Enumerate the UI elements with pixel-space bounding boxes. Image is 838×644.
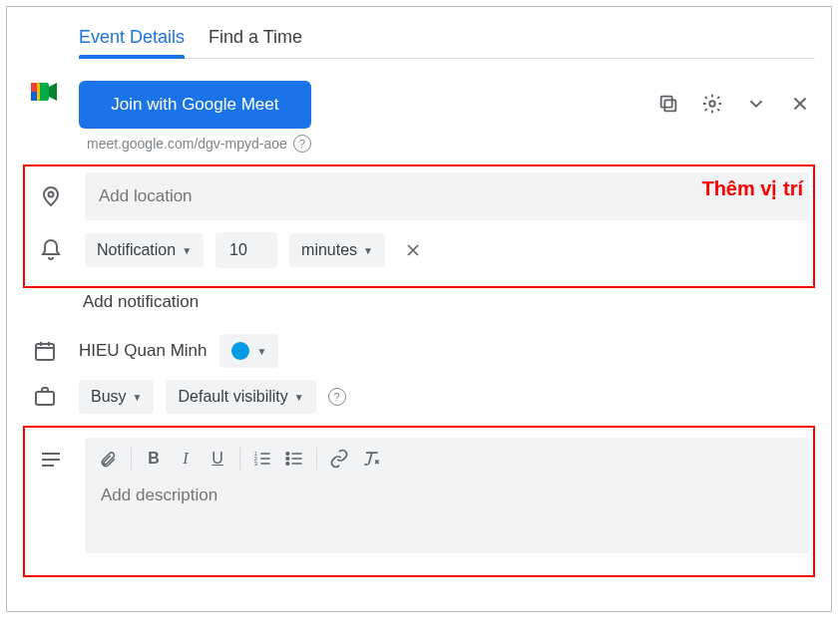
availability-label: Busy [91,388,127,406]
chevron-down-icon: ▼ [257,346,267,357]
svg-point-7 [49,192,54,197]
help-icon[interactable]: ? [328,388,346,406]
separator [239,448,240,470]
google-meet-icon [31,81,59,103]
svg-point-15 [286,463,289,466]
close-icon[interactable] [785,89,815,119]
color-dot-icon [231,342,249,360]
briefcase-icon [33,385,57,409]
italic-icon[interactable]: I [176,450,196,468]
clear-format-icon[interactable] [361,449,381,469]
bold-icon[interactable]: B [144,450,164,468]
annotation-location-label: Thêm vị trí [701,176,803,200]
svg-point-13 [286,453,289,456]
visibility-select[interactable]: Default visibility ▼ [166,380,315,414]
svg-rect-2 [31,83,37,92]
description-editor[interactable]: B I U 123 [85,438,809,553]
location-icon [39,184,63,208]
svg-rect-5 [661,97,672,108]
calendar-owner-label: HIEU Quan Minh [79,341,208,361]
description-input[interactable] [85,476,809,553]
svg-rect-4 [664,100,675,111]
chevron-down-icon: ▼ [294,392,304,403]
help-icon[interactable]: ? [293,135,311,153]
visibility-label: Default visibility [178,388,287,406]
tab-event-details[interactable]: Event Details [79,25,185,58]
separator [316,448,317,470]
svg-rect-3 [31,92,37,101]
notification-type-label: Notification [97,241,176,259]
svg-rect-8 [36,344,54,360]
gear-icon[interactable] [697,89,727,119]
chevron-down-icon: ▼ [363,245,373,256]
tab-find-a-time[interactable]: Find a Time [209,25,302,58]
svg-point-6 [709,101,715,107]
bullet-list-icon[interactable] [284,449,304,469]
numbered-list-icon[interactable]: 123 [252,449,272,469]
svg-point-14 [286,458,289,461]
svg-rect-9 [36,392,54,405]
underline-icon[interactable]: U [208,450,227,468]
notification-unit-select[interactable]: minutes ▼ [289,233,385,267]
bell-icon [39,238,63,262]
remove-notification-button[interactable] [397,240,429,260]
calendar-icon [33,339,57,363]
location-input[interactable] [85,172,809,220]
notification-type-select[interactable]: Notification ▼ [85,233,204,267]
calendar-color-select[interactable]: ▼ [219,334,279,368]
separator [131,448,132,470]
link-icon[interactable] [329,449,349,469]
join-google-meet-button[interactable]: Join with Google Meet [79,81,311,129]
copy-icon[interactable] [653,89,683,119]
description-icon [39,448,63,472]
notification-value-input[interactable] [227,240,265,260]
chevron-down-icon[interactable] [741,89,771,119]
attach-icon[interactable] [99,449,119,469]
svg-text:3: 3 [254,461,257,467]
meet-link-text: meet.google.com/dgv-mpyd-aoe [87,136,287,152]
notification-unit-label: minutes [301,241,357,259]
chevron-down-icon: ▼ [133,392,143,403]
add-notification-button[interactable]: Add notification [83,292,199,312]
chevron-down-icon: ▼ [182,245,192,256]
availability-select[interactable]: Busy ▼ [79,380,154,414]
